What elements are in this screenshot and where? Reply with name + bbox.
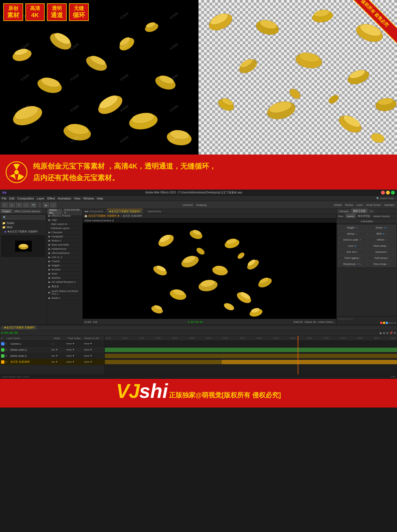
layer-track-4[interactable]: None ▼ (66, 361, 83, 363)
layer-track-1[interactable]: None ▼ (66, 342, 83, 345)
timeline-btn-5[interactable]: ⚙ (394, 332, 396, 334)
effects-item-align-layers[interactable]: Align Layers to: (47, 222, 82, 226)
timeline-btn-1[interactable]: ▶ (380, 332, 382, 334)
menu-view[interactable]: View (74, 197, 81, 200)
duik-btn-orient[interactable]: Orient to path ↗ (338, 237, 367, 243)
menu-file[interactable]: File (2, 197, 7, 200)
toolbar-audio[interactable]: ♪ (50, 203, 56, 208)
track-row-2[interactable] (105, 347, 397, 353)
track-row-3[interactable] (105, 353, 397, 359)
toolbar-standard[interactable]: Standard (383, 204, 395, 206)
tab-project[interactable]: Project (1, 209, 12, 213)
duik-btn-dist-list[interactable]: Dist. list ≡ (338, 249, 367, 255)
effects-item-break[interactable]: ▶ Break it (47, 296, 82, 300)
toolbar-text[interactable]: T (16, 203, 22, 208)
quality-select[interactable]: Full (93, 321, 97, 323)
toolbar-review[interactable]: Review (344, 204, 354, 206)
duik-btn-paint-group[interactable]: Paint group / (367, 255, 396, 261)
duik-btn-time-remap[interactable]: Time remap → (367, 261, 396, 267)
ae-timeline-tracks[interactable]: 00:15 01:00 01:1f 02:00 02:15 03:00 03:1… (105, 336, 397, 374)
timeline-layer-4[interactable]: 4 金元宝 合成1制作 Nor ▼ None ▼ None ▼ (0, 359, 104, 365)
layer-parent-3[interactable]: None ▼ (84, 355, 103, 357)
tab-irun[interactable]: iRun (337, 214, 345, 219)
view-select[interactable]: Classic 3D (304, 321, 316, 323)
timeline-layer-2[interactable]: 2 [White Solid 1] Nor ▼ None ▼ None ▼ (0, 347, 104, 353)
duik-btn-wiggle[interactable]: Wiggle ∿ (338, 225, 367, 230)
toolbar-learn[interactable]: Learn (355, 204, 364, 206)
menu-help[interactable]: Help (97, 197, 103, 200)
duik-btn-exposure[interactable]: Exposure / (367, 249, 396, 255)
track-row-4[interactable] (105, 359, 397, 365)
menu-animation[interactable]: Animation (58, 197, 71, 200)
ae-comp-preview[interactable] (83, 223, 336, 319)
toolbar-select[interactable]: ↖ (2, 203, 8, 208)
project-search-box[interactable]: 🔍 (2, 216, 45, 219)
tab-effect-controls[interactable]: Effect Controls (Name) (13, 209, 42, 213)
tab-script-studio[interactable]: 脚本工作室 (351, 209, 368, 214)
timecode-display[interactable]: 0:00:00:00 (188, 321, 203, 323)
tab-script-manager[interactable]: 脚本管理器 (356, 214, 372, 219)
layer-track-2[interactable]: None ▼ (66, 349, 83, 351)
toolbar-camera[interactable]: 📷 (30, 203, 36, 208)
effects-item-ultra[interactable]: ▶ Ultra Explosions (47, 251, 82, 255)
effects-item-align[interactable]: ▶ Align (47, 218, 82, 222)
tab-effects-presets[interactable]: Motion Bro (47, 209, 62, 215)
timeline-layer-3[interactable]: 3 [White Solid 1] Nor ▼ None ▼ None ▼ (0, 353, 104, 359)
camera-select[interactable]: Active Camer... (318, 321, 335, 323)
effects-item-brushes[interactable]: ▶ Brushes (47, 268, 82, 272)
project-item-main[interactable]: 📁 Main (1, 225, 45, 229)
effects-item-paint[interactable]: ▶ Paint (47, 272, 82, 276)
timeline-btn-3[interactable]: ⊟ (386, 332, 388, 334)
menu-effect[interactable]: Effect (47, 197, 55, 200)
duik-btn-paint-rigging[interactable]: Paint rigging / (338, 255, 367, 261)
tab-libraries[interactable]: Libraries (337, 209, 351, 213)
ae-timeline-tab-active[interactable]: ★金元宝下落素材 无缝循环 (2, 325, 37, 330)
duik-btn-randomize[interactable]: Randomize ∿∿ (338, 261, 367, 267)
ae-comp-tab-active[interactable]: ★金元宝下落素材 无缝循环# (107, 209, 143, 214)
effects-item-motion3[interactable]: ▶ Motion 3 (47, 239, 82, 243)
tab-more[interactable]: >> (368, 209, 375, 213)
effects-item-paragraph[interactable]: ▶ Paragraph (47, 235, 82, 239)
effects-item-race[interactable]: ▶ Race and Wilds (47, 243, 82, 247)
timeline-layer-1[interactable]: 1 Camera 1 — None ▼ None ▼ (0, 341, 104, 347)
toolbar-shape[interactable]: □ (23, 203, 29, 208)
duik-btn-wheel[interactable]: Wheel ○ (367, 237, 396, 243)
tab-motion-bro[interactable]: 影视后期系统教学 (62, 209, 82, 215)
automation-tab[interactable]: Automation (337, 219, 397, 224)
toolbar-small-screen[interactable]: Small Screen (365, 204, 382, 206)
menu-layer[interactable]: Layer (37, 197, 45, 200)
duik-btn-move-away[interactable]: Move away → (367, 243, 396, 249)
track-row-1[interactable] (105, 341, 397, 347)
menu-window[interactable]: Window (83, 197, 94, 200)
tab-motion-factory[interactable]: Motion Factory (372, 214, 392, 219)
timeline-btn-2[interactable]: ⊞ (383, 332, 385, 334)
project-item-solids[interactable]: 📁 Solids (1, 221, 45, 225)
effects-item-character[interactable]: ▶ Character (47, 230, 82, 235)
menu-edit[interactable]: Edit (9, 197, 15, 200)
duik-btn-spring[interactable]: Spring ↑↓ (338, 231, 367, 236)
renderer-select[interactable]: Draft 3D (293, 321, 303, 323)
toolbar-play[interactable]: ▶ (43, 203, 49, 208)
layer-parent-4[interactable]: None ▼ (84, 361, 103, 363)
effects-item-quick[interactable]: ▶ Quick Delete And Reset v3.1.1 (47, 289, 82, 296)
effects-item-rename[interactable]: ▶ 重命名 (47, 284, 82, 289)
effects-item-renamer[interactable]: ▶ AE Global Renamer 2 (47, 280, 82, 284)
close-button[interactable] (381, 191, 385, 195)
toolbar-pen[interactable]: ✒ (9, 203, 15, 208)
menu-composition[interactable]: Composition (17, 197, 34, 200)
effects-item-wiggler[interactable]: ▶ Wiggler (47, 264, 82, 268)
tab-duik15[interactable]: Duik15 (345, 214, 356, 219)
effects-item-distribute[interactable]: Distribute Layers: (47, 226, 82, 230)
duik-btn-swing[interactable]: Swing ∿∿ (367, 225, 396, 230)
toolbar-default[interactable]: Default (333, 204, 343, 206)
timeline-btn-4[interactable]: 📌 (390, 332, 393, 334)
layer-track-3[interactable]: None ▼ (66, 355, 83, 357)
layer-parent-1[interactable]: None ▼ (84, 342, 103, 345)
effects-item-tracker[interactable]: ▶ Tracker (47, 259, 82, 264)
duik-btn-blink[interactable]: Blink ●○ (367, 231, 396, 236)
effects-item-rubber[interactable]: ▶ Rubberhose2 (47, 247, 82, 251)
layer-parent-2[interactable]: None ▼ (84, 349, 103, 351)
zoom-level[interactable]: 22.8% (84, 321, 92, 323)
ae-window-controls[interactable] (381, 191, 395, 195)
duik-btn-lens[interactable]: Lens ◎ (338, 243, 367, 249)
